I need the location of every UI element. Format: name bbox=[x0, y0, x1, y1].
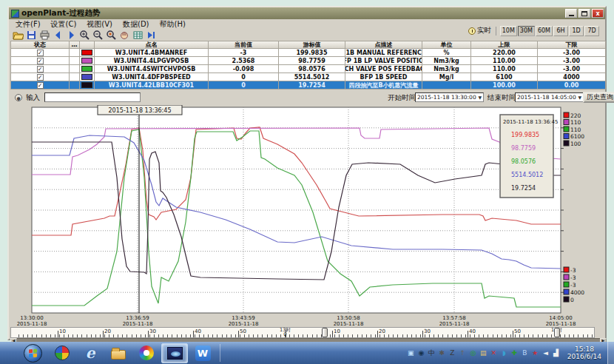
table-row[interactable]: ✓W3.UNIT4.4LPGVPOSB2.536898.7759BFP 1B L… bbox=[10, 57, 607, 65]
ruler-slider-thumb[interactable] bbox=[322, 328, 328, 337]
high-limit-cell: 220.00 bbox=[471, 49, 538, 57]
status-checkbox[interactable]: ✓ bbox=[37, 74, 44, 81]
trend-chart[interactable]: 2015-11-18 13:36:452201101106100100-3-3-… bbox=[9, 105, 608, 327]
ruler-tick-label: 10 bbox=[59, 328, 66, 334]
status-checkbox[interactable]: ✓ bbox=[37, 66, 44, 73]
zoom-in-icon[interactable] bbox=[79, 30, 90, 41]
input-radio-icon[interactable]: ● bbox=[15, 94, 22, 101]
ruler-minor-tick bbox=[36, 334, 37, 337]
menu-item-设[interactable]: 设置(C) bbox=[46, 19, 82, 30]
taskbar-app-swirl-browser[interactable] bbox=[49, 343, 75, 363]
ruler-minor-tick bbox=[203, 334, 204, 337]
tray-icon-7[interactable]: ▤ bbox=[479, 349, 488, 357]
range-button-7D[interactable]: 7D bbox=[584, 26, 599, 36]
time-ruler[interactable]: 1020304050102030405013时014时0 bbox=[10, 327, 595, 338]
table-row[interactable]: ✓W3.UNIT4.42LBB10CF301019.7254四段抽汽至B小机蒸汽… bbox=[10, 81, 607, 90]
status-checkbox[interactable]: ✓ bbox=[37, 50, 44, 56]
ruler-slider-thumb[interactable] bbox=[554, 328, 560, 337]
column-header-点描述[interactable]: 点描述 bbox=[345, 41, 422, 49]
column-header-点名[interactable]: 点名 bbox=[95, 41, 209, 49]
save-icon[interactable] bbox=[26, 30, 37, 41]
open-folder-icon[interactable] bbox=[13, 30, 24, 41]
ruler-minor-tick bbox=[587, 334, 588, 337]
tray-icon-14[interactable]: ▟ bbox=[552, 349, 560, 357]
start-time-field[interactable]: 2015-11-18 13:30:00 ▼ bbox=[415, 92, 484, 102]
zoom-select-icon[interactable] bbox=[106, 30, 117, 41]
maximize-button[interactable] bbox=[578, 9, 590, 18]
range-button-60M[interactable]: 60M bbox=[536, 26, 553, 36]
taskbar-app-color-wheel[interactable] bbox=[133, 343, 160, 363]
pan-icon[interactable] bbox=[119, 30, 130, 41]
ruler-major-tick bbox=[422, 331, 423, 337]
data-grid-icon[interactable] bbox=[132, 30, 144, 41]
column-header-下限[interactable]: 下限 bbox=[538, 41, 606, 49]
range-button-1D[interactable]: 1D bbox=[569, 26, 584, 36]
ruler-minor-tick bbox=[132, 334, 132, 337]
tray-icon-3[interactable]: ✱ bbox=[438, 349, 446, 357]
minimize-button[interactable] bbox=[565, 9, 577, 18]
tray-icon-10[interactable]: ✚ bbox=[510, 349, 519, 357]
scale-top-value: 110 bbox=[570, 127, 581, 133]
menu-item-数[interactable]: 数据(D) bbox=[118, 19, 155, 30]
taskbar-clock[interactable]: 15:18 2016/6/14 bbox=[567, 346, 601, 360]
high-limit-cell: 100.00 bbox=[471, 81, 538, 90]
range-button-30M[interactable]: 30M bbox=[518, 26, 535, 36]
close-button[interactable]: x bbox=[592, 9, 604, 18]
go-end-icon[interactable] bbox=[146, 30, 157, 41]
column-header-上限[interactable]: 上限 bbox=[471, 41, 538, 49]
tooltip-value: 199.9835 bbox=[511, 132, 539, 138]
tray-icon-6[interactable]: ◎ bbox=[469, 349, 477, 357]
history-query-button[interactable]: 历史查询 bbox=[583, 92, 614, 103]
chevron-down-icon[interactable]: ▼ bbox=[478, 95, 482, 100]
tray-icon-11[interactable]: B bbox=[521, 349, 529, 357]
menu-item-视[interactable]: 视图(V) bbox=[81, 19, 118, 30]
range-button-10M[interactable]: 10M bbox=[500, 26, 517, 36]
column-header-状态[interactable]: 状态 bbox=[10, 41, 70, 49]
ruler-minor-tick bbox=[502, 334, 502, 337]
ruler-minor-tick bbox=[362, 334, 362, 337]
menu-item-帮[interactable]: 帮助(H) bbox=[155, 19, 191, 30]
range-button-6H[interactable]: 6H bbox=[553, 26, 568, 36]
show-desktop-button[interactable] bbox=[607, 342, 614, 364]
tray-icon-1[interactable]: ◉ bbox=[417, 349, 425, 357]
ruler-minor-tick bbox=[113, 334, 114, 337]
column-header-游标值[interactable]: 游标值 bbox=[279, 41, 345, 49]
table-row[interactable]: ✓W3.UNIT4.4SWITCHVPOSB-0.09898.0576SWITC… bbox=[10, 65, 607, 73]
taskbar-app-trend-monitor[interactable] bbox=[161, 343, 188, 363]
status-checkbox[interactable]: ✓ bbox=[37, 82, 44, 89]
column-header-…[interactable]: … bbox=[70, 41, 80, 49]
tray-icon-4[interactable]: Z bbox=[448, 349, 456, 357]
tray-icon-8[interactable]: ✕ bbox=[490, 349, 498, 357]
start-button[interactable] bbox=[24, 344, 42, 363]
column-header-当前值[interactable]: 当前值 bbox=[209, 41, 279, 49]
zoom-out-icon[interactable] bbox=[92, 30, 104, 41]
titlebar[interactable]: openPlant-过程趋势 x bbox=[9, 7, 605, 19]
forward-icon[interactable] bbox=[66, 30, 77, 41]
low-limit-cell: -3.00 bbox=[538, 49, 606, 57]
status-checkbox[interactable]: ✓ bbox=[37, 58, 44, 64]
taskbar-app-internet-explorer[interactable]: e bbox=[77, 343, 104, 363]
ruler-minor-tick bbox=[564, 334, 565, 337]
tray-icon-9[interactable]: ◗ bbox=[500, 349, 508, 357]
menu-item-文[interactable]: 文件(F) bbox=[10, 19, 46, 30]
low-limit-cell: -3.00 bbox=[538, 57, 606, 65]
tray-icon-13[interactable]: ◄ bbox=[542, 349, 550, 357]
ruler-minor-tick bbox=[371, 334, 371, 337]
back-icon[interactable] bbox=[53, 30, 64, 41]
ruler-minor-tick bbox=[158, 334, 159, 337]
chevron-down-icon[interactable]: ▼ bbox=[578, 95, 581, 100]
taskbar-app-wps-writer[interactable]: W bbox=[189, 343, 216, 363]
end-time-field[interactable]: 2015-11-18 14:05:00 ▼ bbox=[515, 92, 584, 102]
column-header-单位[interactable]: 单位 bbox=[422, 41, 471, 49]
current-value-cell: 0 bbox=[209, 73, 279, 81]
table-row[interactable]: ✓W3.UNIT4.4DFPBSPEED05514.5012BFP 1B SPE… bbox=[10, 73, 607, 81]
taskbar-app-file-manager[interactable] bbox=[105, 343, 132, 363]
tray-icon-12[interactable]: ★ bbox=[531, 349, 539, 357]
unit-cell: Nm3/kg bbox=[422, 65, 471, 73]
tray-icon-0[interactable]: ▣ bbox=[407, 349, 415, 357]
tag-input[interactable] bbox=[44, 92, 141, 102]
tray-icon-5[interactable]: ↑ bbox=[459, 349, 467, 357]
print-icon[interactable] bbox=[39, 30, 50, 41]
table-row[interactable]: ✓W3.UNIT4.4BMANREF-3199.9835BFP 1B MANUA… bbox=[10, 49, 607, 57]
tray-icon-2[interactable]: 中 bbox=[428, 349, 436, 357]
